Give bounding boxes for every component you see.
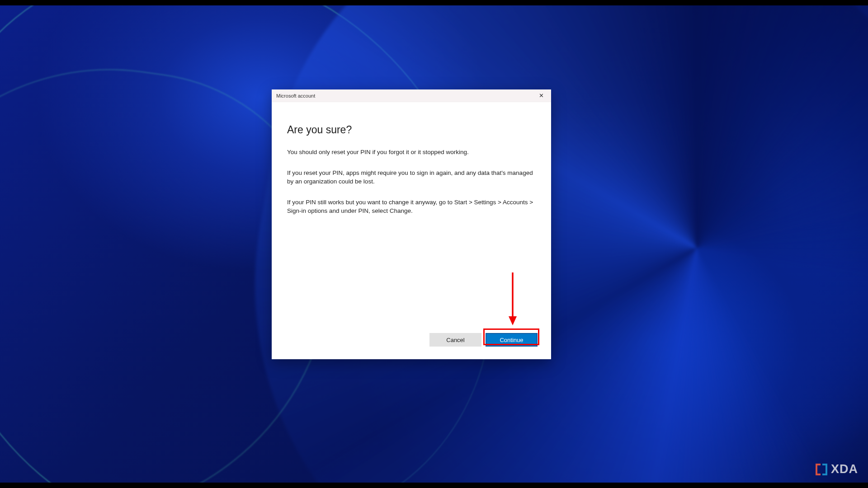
pin-reset-confirm-dialog: Microsoft account ✕ Are you sure? You sh… xyxy=(272,89,551,359)
dialog-heading: Are you sure? xyxy=(287,124,537,136)
dialog-text-3: If your PIN still works but you want to … xyxy=(287,198,533,216)
letterbox-top xyxy=(0,0,868,5)
xda-watermark: XDA xyxy=(815,462,858,476)
continue-button[interactable]: Continue xyxy=(486,333,538,347)
dialog-text-1: You should only reset your PIN if you fo… xyxy=(287,148,533,157)
watermark-text: XDA xyxy=(831,462,858,476)
dialog-title: Microsoft account xyxy=(276,93,531,99)
cancel-button[interactable]: Cancel xyxy=(429,333,481,347)
dialog-body: Are you sure? You should only reset your… xyxy=(272,102,551,333)
close-button[interactable]: ✕ xyxy=(531,89,551,102)
bracket-icon xyxy=(815,463,828,476)
close-icon: ✕ xyxy=(539,93,544,99)
dialog-titlebar: Microsoft account ✕ xyxy=(272,89,551,102)
letterbox-bottom xyxy=(0,483,868,488)
dialog-footer: Cancel Continue xyxy=(272,333,551,359)
dialog-text-2: If you reset your PIN, apps might requir… xyxy=(287,169,533,186)
